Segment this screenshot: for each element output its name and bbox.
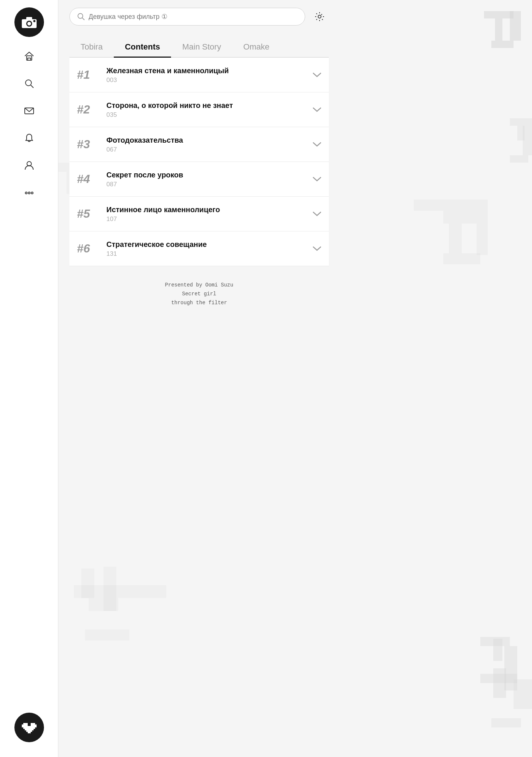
bell-icon bbox=[24, 133, 35, 144]
sidebar-item-mail[interactable] bbox=[21, 103, 37, 119]
footer-line1: Presented by Oomi Suzu bbox=[69, 281, 329, 290]
chapter-number-2: #2 bbox=[77, 103, 103, 116]
chapter-item-4[interactable]: #4 Секрет после уроков 087 bbox=[69, 162, 329, 197]
chapter-number-1: #1 bbox=[77, 68, 103, 82]
chevron-down-icon-3 bbox=[313, 142, 321, 147]
chevron-down-icon-2 bbox=[313, 107, 321, 112]
chapter-number-5: #5 bbox=[77, 207, 103, 221]
svg-point-13 bbox=[31, 192, 33, 194]
chevron-down-icon-1 bbox=[313, 72, 321, 78]
tab-main-story[interactable]: Main Story bbox=[171, 37, 232, 57]
tab-tobira[interactable]: Tobira bbox=[69, 37, 114, 57]
chapter-item-1[interactable]: #1 Железная стена и каменнолицый 003 bbox=[69, 58, 329, 92]
chapter-title-2: Сторона, о которой никто не знает bbox=[106, 101, 307, 110]
settings-icon bbox=[314, 11, 325, 22]
chapter-page-6: 131 bbox=[106, 250, 307, 258]
chapter-title-3: Фотодоказательства bbox=[106, 135, 307, 145]
chapter-title-5: Истинное лицо каменнолицего bbox=[106, 205, 307, 214]
svg-line-8 bbox=[31, 85, 33, 88]
chapter-info-4: Секрет после уроков 087 bbox=[106, 170, 307, 188]
tab-omake[interactable]: Omake bbox=[232, 37, 280, 57]
mail-icon bbox=[24, 105, 35, 116]
home-icon bbox=[24, 51, 35, 62]
chapter-number-3: #3 bbox=[77, 138, 103, 151]
chapter-item-5[interactable]: #5 Истинное лицо каменнолицего 107 bbox=[69, 197, 329, 231]
camera-icon bbox=[21, 16, 37, 29]
chapter-item-3[interactable]: #3 Фотодоказательства 067 bbox=[69, 127, 329, 162]
sidebar-item-more[interactable] bbox=[21, 185, 37, 201]
chapter-info-1: Железная стена и каменнолицый 003 bbox=[106, 66, 307, 84]
sidebar bbox=[0, 0, 58, 387]
chapter-info-2: Сторона, о которой никто не знает 035 bbox=[106, 101, 307, 119]
chapter-item-2[interactable]: #2 Сторона, о которой никто не знает 035 bbox=[69, 92, 329, 127]
chapter-number-6: #6 bbox=[77, 242, 103, 255]
footer-line3: through the filter bbox=[69, 299, 329, 308]
search-input-wrapper[interactable] bbox=[69, 8, 305, 26]
settings-button[interactable] bbox=[310, 7, 329, 26]
chapter-page-3: 067 bbox=[106, 146, 307, 153]
tabs-bar: Tobira Contents Main Story Omake bbox=[69, 37, 329, 58]
sidebar-item-home[interactable] bbox=[21, 48, 37, 64]
chevron-down-icon-6 bbox=[313, 246, 321, 251]
app-logo bbox=[14, 7, 44, 37]
sidebar-item-notifications[interactable] bbox=[21, 130, 37, 146]
footer: Presented by Oomi Suzu Secret girl throu… bbox=[69, 281, 329, 318]
search-bar bbox=[69, 7, 329, 26]
chapter-title-4: Секрет после уроков bbox=[106, 170, 307, 180]
chapter-item-6[interactable]: #6 Стратегическое совещание 131 bbox=[69, 231, 329, 266]
svg-rect-6 bbox=[28, 58, 31, 60]
svg-point-11 bbox=[25, 192, 27, 194]
search-input-icon bbox=[77, 13, 85, 21]
chapter-page-2: 035 bbox=[106, 111, 307, 119]
chapter-page-4: 087 bbox=[106, 181, 307, 188]
main-content: Tobira Contents Main Story Omake #1 Желе… bbox=[58, 0, 340, 326]
svg-rect-3 bbox=[26, 17, 32, 20]
user-icon bbox=[24, 160, 35, 171]
more-icon bbox=[24, 187, 35, 198]
chapter-info-6: Стратегическое совещание 131 bbox=[106, 240, 307, 258]
svg-point-2 bbox=[27, 22, 31, 26]
chapter-info-5: Истинное лицо каменнолицего 107 bbox=[106, 205, 307, 223]
sidebar-item-profile[interactable] bbox=[21, 157, 37, 174]
sidebar-item-search[interactable] bbox=[21, 75, 37, 92]
chapter-page-5: 107 bbox=[106, 215, 307, 223]
chevron-down-icon-4 bbox=[313, 177, 321, 182]
svg-point-27 bbox=[318, 15, 321, 18]
svg-line-26 bbox=[82, 18, 84, 20]
tab-contents[interactable]: Contents bbox=[114, 37, 171, 57]
chapter-title-6: Стратегическое совещание bbox=[106, 240, 307, 249]
sidebar-navigation bbox=[21, 48, 37, 387]
chapter-page-1: 003 bbox=[106, 77, 307, 84]
chapter-number-4: #4 bbox=[77, 172, 103, 186]
search-icon bbox=[24, 78, 35, 89]
footer-line2: Secret girl bbox=[69, 290, 329, 299]
svg-point-12 bbox=[28, 192, 30, 194]
chapter-info-3: Фотодоказательства 067 bbox=[106, 135, 307, 153]
svg-point-4 bbox=[33, 20, 35, 22]
chapter-title-1: Железная стена и каменнолицый bbox=[106, 66, 307, 75]
chevron-down-icon-5 bbox=[313, 211, 321, 217]
search-input[interactable] bbox=[89, 13, 297, 21]
contents-list: #1 Железная стена и каменнолицый 003 #2 … bbox=[69, 58, 329, 266]
